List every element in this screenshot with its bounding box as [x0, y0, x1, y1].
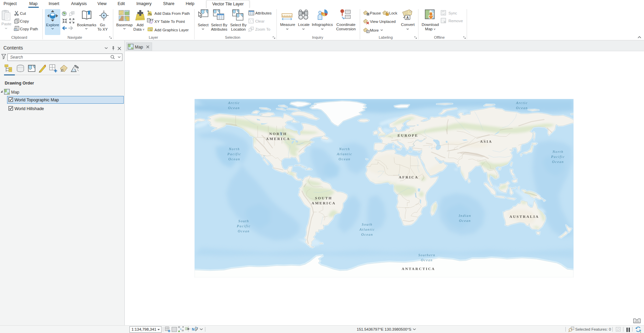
svg-text:Ocean: Ocean	[421, 258, 433, 262]
svg-text:South: South	[238, 219, 249, 223]
svg-text:Ocean: Ocean	[552, 160, 564, 164]
svg-text:North: North	[552, 150, 564, 154]
svg-text:NORTH: NORTH	[269, 132, 287, 136]
svg-text:ASIA: ASIA	[480, 139, 493, 143]
svg-text:Ocean: Ocean	[228, 157, 240, 161]
svg-text:Arctic: Arctic	[228, 101, 240, 105]
svg-text:AUSTRALIA: AUSTRALIA	[509, 214, 539, 219]
svg-text:Ocean: Ocean	[459, 219, 471, 223]
svg-text:EUROPE: EUROPE	[398, 133, 418, 137]
svg-text:Ocean: Ocean	[516, 106, 528, 110]
svg-text:SOUTH: SOUTH	[315, 196, 332, 200]
svg-text:North: North	[229, 147, 240, 151]
svg-text:Atlantic: Atlantic	[359, 228, 375, 231]
svg-text:AFRICA: AFRICA	[399, 175, 418, 179]
svg-text:Ocean: Ocean	[361, 233, 373, 236]
svg-text:N: N	[192, 327, 195, 331]
svg-text:AMERICA: AMERICA	[266, 137, 290, 141]
svg-text:AMERICA: AMERICA	[312, 201, 336, 205]
svg-text:Ocean: Ocean	[238, 229, 250, 233]
svg-text:North: North	[339, 147, 350, 151]
svg-text:Arctic: Arctic	[516, 101, 528, 105]
svg-text:Pacific: Pacific	[551, 155, 565, 159]
svg-text:ANTARCTICA: ANTARCTICA	[402, 267, 435, 271]
svg-text:Atlantic: Atlantic	[336, 152, 352, 156]
svg-text:Ocean: Ocean	[339, 157, 350, 161]
svg-text:Indian: Indian	[458, 214, 471, 218]
svg-text:Pacific: Pacific	[227, 152, 241, 156]
svg-text:Pacific: Pacific	[237, 224, 251, 228]
svg-text:A: A	[406, 16, 409, 20]
svg-text:Southern: Southern	[418, 253, 436, 257]
svg-text:South: South	[362, 223, 373, 226]
svg-text:Ocean: Ocean	[228, 106, 240, 110]
